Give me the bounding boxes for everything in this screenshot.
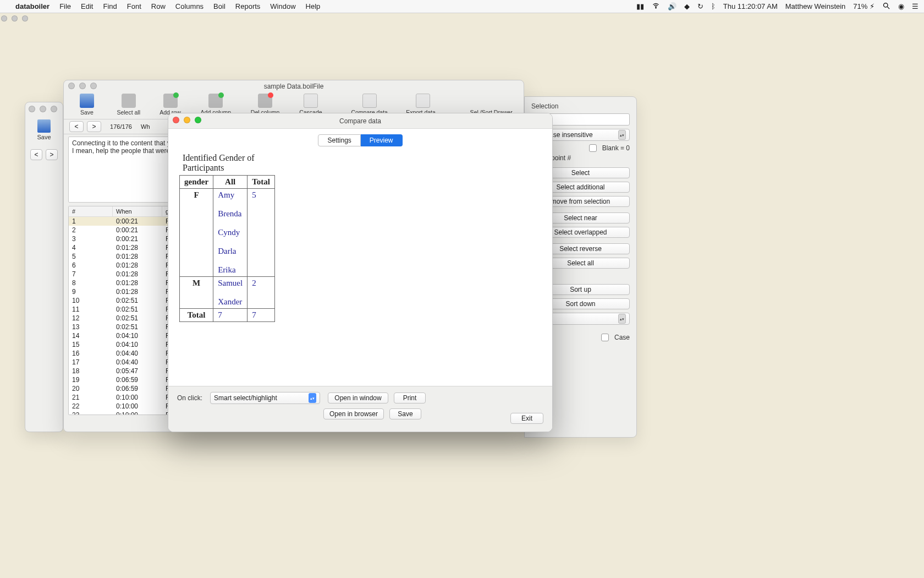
count-link[interactable]: 2 xyxy=(252,279,256,287)
col-total: Total xyxy=(248,176,275,189)
save-icon[interactable] xyxy=(37,119,51,133)
toolbar-add-column[interactable]: Add column xyxy=(196,94,235,116)
menu-row[interactable]: Row xyxy=(151,2,166,10)
menu-font[interactable]: Font xyxy=(127,2,141,10)
record-count: 176/176 xyxy=(105,123,138,130)
spotlight-icon[interactable] xyxy=(882,2,890,12)
save-button[interactable]: Save xyxy=(389,408,421,419)
minimize-icon[interactable] xyxy=(184,117,190,123)
sheet-tabs: Settings Preview xyxy=(168,134,552,146)
wh-label: Wh xyxy=(141,123,150,130)
sheet-title: Compare data xyxy=(339,117,381,125)
menu-help[interactable]: Help xyxy=(306,2,321,10)
count-link[interactable]: 5 xyxy=(252,190,256,199)
report-row: MSamuelXander2 xyxy=(180,277,275,309)
toolbar-cascade[interactable]: Cascade xyxy=(295,94,326,116)
close-icon[interactable] xyxy=(173,117,179,123)
background-window: Save < > xyxy=(25,102,63,432)
dropbox-icon[interactable]: ◆ xyxy=(684,2,690,10)
add-row-icon xyxy=(163,94,178,108)
onclick-label: On click: xyxy=(177,394,202,402)
app-name[interactable]: databoiler xyxy=(15,2,50,10)
prev-record-button[interactable]: < xyxy=(69,121,84,132)
bg-traffic-lights xyxy=(29,106,57,112)
blank-label: Blank = 0 xyxy=(602,144,630,152)
participant-link[interactable]: Darla xyxy=(218,247,236,255)
zoom-icon[interactable] xyxy=(51,106,57,112)
close-icon[interactable] xyxy=(1,15,7,21)
svg-point-1 xyxy=(884,3,888,7)
grid-icon xyxy=(122,94,136,108)
participant-link[interactable]: Cyndy xyxy=(218,228,240,237)
main-titlebar[interactable]: sample Data.boilFile xyxy=(64,80,524,92)
sync-icon[interactable]: ↻ xyxy=(697,2,703,10)
minimize-icon[interactable] xyxy=(40,106,46,112)
prev-button[interactable]: < xyxy=(30,149,42,160)
open-in-browser-button[interactable]: Open in browser xyxy=(323,408,384,419)
toolbar-del-column[interactable]: Del column xyxy=(246,94,284,116)
col-gender: gender xyxy=(180,176,213,189)
menu-boil[interactable]: Boil xyxy=(213,2,226,10)
toolbar-export-data[interactable]: Export data... xyxy=(402,94,445,116)
participant-link[interactable]: Samuel xyxy=(218,279,243,287)
column-header-when[interactable]: When xyxy=(113,206,162,216)
bluetooth-icon[interactable]: ᛒ xyxy=(711,2,716,10)
next-button[interactable]: > xyxy=(46,149,58,160)
column-header-index[interactable]: # xyxy=(69,206,113,216)
onclick-select[interactable]: Smart select/highlight ▴▾ xyxy=(210,392,320,404)
footer-total[interactable]: 7 xyxy=(252,310,256,319)
toolbar-select-all[interactable]: Select all xyxy=(113,94,144,116)
menu-file[interactable]: File xyxy=(59,2,71,10)
finder-traffic-lights xyxy=(1,15,28,21)
print-button[interactable]: Print xyxy=(394,392,426,403)
menu-edit[interactable]: Edit xyxy=(81,2,93,10)
svg-line-2 xyxy=(887,7,889,9)
menu-find[interactable]: Find xyxy=(103,2,117,10)
menubar: databoiler File Edit Find Font Row Colum… xyxy=(0,0,924,13)
next-record-button[interactable]: > xyxy=(87,121,101,132)
sheet-body: Identified Gender of Participants gender… xyxy=(168,146,552,329)
video-icon[interactable]: ▮▮ xyxy=(636,2,644,10)
report-table: gender All Total FAmyBrendaCyndyDarlaEri… xyxy=(179,175,275,322)
footer-all[interactable]: 7 xyxy=(218,310,222,319)
minimize-icon[interactable] xyxy=(12,15,18,21)
toolbar-save[interactable]: Save xyxy=(72,94,102,116)
tab-settings[interactable]: Settings xyxy=(318,134,360,146)
siri-icon[interactable]: ◉ xyxy=(898,2,904,10)
close-icon[interactable] xyxy=(68,83,75,89)
toolbar-selsort-drawer[interactable]: Sel./Sort Drawer xyxy=(466,94,516,116)
toolbar-compare-data[interactable]: Compare data xyxy=(348,94,391,116)
control-center-icon[interactable]: ☰ xyxy=(912,2,919,10)
col-all: All xyxy=(213,176,248,189)
participant-link[interactable]: Amy xyxy=(218,190,234,199)
save-label: Save xyxy=(25,134,63,140)
tab-preview[interactable]: Preview xyxy=(361,134,403,146)
volume-icon[interactable]: 🔊 xyxy=(668,2,676,10)
participant-link[interactable]: Erika xyxy=(218,265,235,274)
toolbar-add-row[interactable]: Add row xyxy=(155,94,186,116)
user-name[interactable]: Matthew Weinstein xyxy=(785,2,846,10)
svg-point-0 xyxy=(656,7,656,8)
menu-window[interactable]: Window xyxy=(270,2,295,10)
del-column-icon xyxy=(258,94,272,108)
case-checkbox[interactable] xyxy=(601,334,609,341)
participant-link[interactable]: Xander xyxy=(218,297,242,306)
open-in-window-button[interactable]: Open in window xyxy=(328,392,388,403)
battery[interactable]: 71% ⚡︎ xyxy=(853,2,875,10)
sheet-footer: On click: Smart select/highlight ▴▾ Open… xyxy=(168,386,552,432)
close-icon[interactable] xyxy=(29,106,35,112)
participant-link[interactable]: Brenda xyxy=(218,209,241,218)
drawer-title: Selection xyxy=(531,102,630,110)
menu-columns[interactable]: Columns xyxy=(175,2,204,10)
blank-checkbox[interactable] xyxy=(589,144,597,152)
clock[interactable]: Thu 11:20:07 AM xyxy=(723,2,778,10)
export-icon xyxy=(416,94,430,108)
exit-button[interactable]: Exit xyxy=(510,413,543,424)
sheet-titlebar[interactable]: Compare data xyxy=(168,113,552,129)
menu-reports[interactable]: Reports xyxy=(235,2,261,10)
zoom-icon[interactable] xyxy=(195,117,201,123)
wifi-icon[interactable] xyxy=(652,2,660,12)
zoom-icon[interactable] xyxy=(22,15,28,21)
minimize-icon[interactable] xyxy=(79,83,86,89)
zoom-icon[interactable] xyxy=(90,83,97,89)
